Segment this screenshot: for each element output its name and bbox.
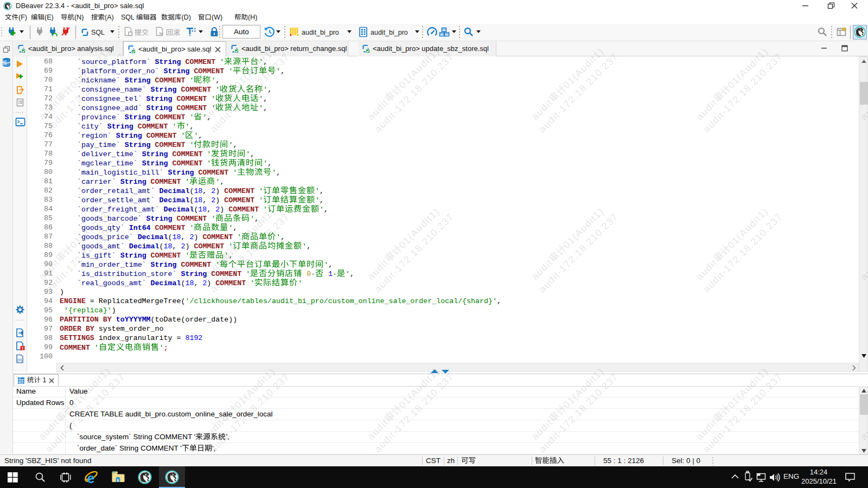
svg-text:(x): (x): [17, 357, 22, 362]
svg-text:e: e: [87, 471, 95, 486]
